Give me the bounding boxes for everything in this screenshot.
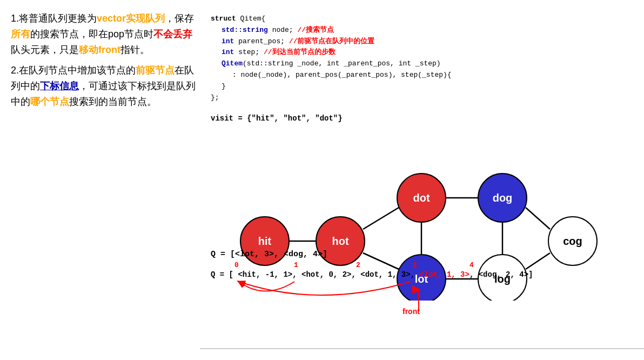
svg-line-1 [363,208,399,229]
code-line3: int parent_pos; //前驱节点在队列中的位置 [211,36,633,48]
code-line1: struct Qitem{ [211,14,633,25]
para1-comma: ，保存 [165,13,194,24]
queue-indices: 0 1 2 3 4 [211,261,621,269]
q-lot-highlight: <lot, 1, 3> [419,270,469,279]
svg-text:cog: cog [563,235,582,247]
code-line8: }; [211,92,633,104]
para2-highlight2: 下标信息 [40,81,79,91]
svg-line-6 [526,208,550,229]
para1-cont3: 指针。 [120,44,150,55]
para2-cont2: 搜索到的当前节点。 [69,96,157,107]
code-line5: Qitem(std::string _node, int _parent_pos… [211,58,633,70]
queue-line2: Q = [ <hit, -1, 1>, <hot, 0, 2>, <dot, 1… [211,270,621,279]
para1-highlight4: 移动front [79,44,120,55]
paragraph-1: 1.将普通队列更换为vector实现队列，保存所有的搜索节点，即在pop节点时不… [11,11,200,57]
para2-prefix: 2.在队列节点中增加该节点的 [11,65,136,76]
q-prefix: Q = [ <hit, -1, 1>, <hot, 0, 2>, <dot, 1… [211,270,419,279]
idx2: 2 [356,261,413,269]
visit-label: visit = {"hit", "hot", "dot"} [211,114,343,123]
para1-highlight3: 不会丢弃 [153,29,192,39]
para1-highlight1: vector实 [97,13,136,24]
arrows-svg: front [211,279,621,317]
idx4: 4 [469,261,513,269]
right-panel: struct Qitem{ std::string node; //搜索节点 i… [211,11,633,349]
para1-highlight2: 所有 [11,29,30,39]
para1-prefix: 1.将普通队列更换为 [11,13,97,24]
queue-section: Q = [<lot, 3>, <dog, 4>] 0 1 2 3 4 Q = [… [211,250,621,317]
svg-text:front: front [403,307,420,316]
para2-highlight3: 哪个节点 [30,96,69,107]
queue-line1: Q = [<lot, 3>, <dog, 4>] [211,250,621,259]
code-line6: : node(_node), parent_pos(_parent_pos), … [211,70,633,81]
idx1: 1 [294,261,356,269]
q-suffix: , <dog, 2, 4>] [469,270,533,279]
paragraph-2: 2.在队列节点中增加该节点的前驱节点在队列中的下标信息，可通过该下标找到是队列中… [11,63,200,109]
svg-text:hit: hit [258,235,272,247]
para1-cont2: 队头元素，只是 [11,44,79,55]
svg-text:dog: dog [493,192,513,204]
para1-cont: 的搜索节点，即在pop节点时 [30,29,153,39]
left-panel: 1.将普通队列更换为vector实现队列，保存所有的搜索节点，即在pop节点时不… [11,11,211,349]
code-line7: } [211,81,633,92]
bottom-divider [200,348,644,349]
main-container: 1.将普通队列更换为vector实现队列，保存所有的搜索节点，即在pop节点时不… [0,0,644,360]
idx0: 0 [234,261,294,269]
para1-mid: 现队列 [136,13,165,24]
code-line4: int step; //到达当前节点的步数 [211,47,633,58]
svg-text:dot: dot [413,192,430,204]
code-line2: std::string node; //搜索节点 [211,25,633,36]
para2-highlight1: 前驱节点 [136,65,175,76]
code-block: struct Qitem{ std::string node; //搜索节点 i… [211,11,633,106]
idx3: 3 [413,261,469,269]
svg-text:hot: hot [332,235,348,247]
